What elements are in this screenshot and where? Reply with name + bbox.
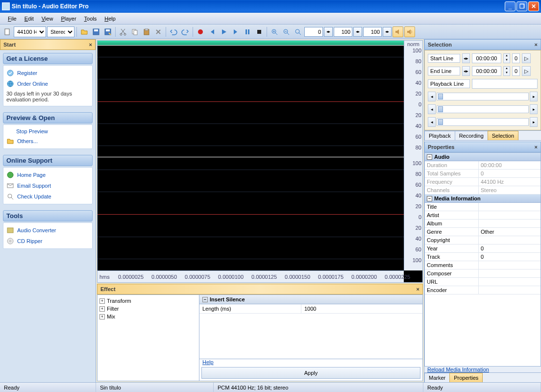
new-button[interactable] [2, 26, 13, 37]
zoom-end1-spin[interactable]: ◂▸ [353, 27, 362, 37]
expand-icon[interactable]: + [99, 306, 105, 312]
record-button[interactable] [195, 26, 206, 37]
start-panel-close[interactable]: × [89, 42, 92, 48]
end-time-spin[interactable]: ▲▼ [503, 66, 510, 76]
maximize-button[interactable]: ❐ [516, 1, 527, 11]
tab-recording[interactable]: Recording [455, 131, 488, 140]
stop-preview-link[interactable]: Stop Preview [5, 127, 90, 136]
sample-rate-select[interactable]: 44100 Hz [14, 26, 46, 37]
minimize-button[interactable]: _ [505, 1, 516, 11]
end-time-field[interactable] [472, 66, 501, 76]
media-comments-value[interactable] [479, 261, 541, 269]
playback-line-field[interactable] [472, 79, 538, 89]
paste-button[interactable] [141, 26, 152, 37]
collapse-icon[interactable]: − [427, 154, 432, 160]
effect-panel-title: Effect [100, 286, 116, 292]
register-link[interactable]: Register [5, 68, 90, 78]
open-button[interactable] [79, 26, 90, 37]
effect-category-filter[interactable]: +Filter [99, 305, 197, 313]
start-time-field[interactable] [472, 53, 501, 63]
apply-button[interactable]: Apply [201, 367, 420, 379]
menu-tools[interactable]: Tools [80, 14, 101, 23]
zoom-start-field[interactable] [304, 27, 323, 37]
help-link[interactable]: Help [199, 356, 217, 368]
play-button[interactable] [219, 26, 229, 37]
zoom-in-button[interactable] [269, 26, 280, 37]
waveform-channel-right[interactable] [98, 158, 404, 270]
waveform-display[interactable]: norm 100 80 60 40 20 0 20 40 60 80 100 8… [97, 40, 423, 283]
save-button[interactable] [91, 26, 101, 37]
speaker-right-button[interactable] [404, 26, 415, 37]
menu-edit[interactable]: Edit [21, 14, 38, 23]
waveform-channel-left[interactable] [98, 46, 404, 157]
tab-selection[interactable]: Selection [488, 131, 518, 140]
speaker-left-button[interactable] [393, 26, 403, 37]
selection-slider-1[interactable]: ◂▸ [428, 92, 538, 101]
start-go-button[interactable]: ▷ [522, 53, 531, 63]
end-frame-field[interactable] [512, 66, 520, 76]
param-label: Length (ms) [199, 304, 301, 313]
selection-slider-2[interactable]: ◂▸ [428, 104, 538, 114]
waveform-overview[interactable] [98, 41, 404, 46]
media-composer-value[interactable] [479, 270, 541, 277]
cut-button[interactable] [118, 26, 128, 37]
menu-view[interactable]: View [38, 14, 57, 23]
menu-file[interactable]: File [4, 14, 21, 23]
effect-category-mix[interactable]: +Mix [99, 313, 197, 320]
go-start-button[interactable] [207, 26, 218, 37]
param-value[interactable]: 1000 [301, 304, 319, 313]
others-link[interactable]: Others... [5, 136, 90, 147]
tab-marker[interactable]: Marker [424, 373, 450, 382]
media-copyright-value[interactable] [479, 236, 541, 244]
save-as-button[interactable] [102, 26, 113, 37]
order-online-link[interactable]: Order Online [5, 78, 90, 89]
delete-button[interactable] [153, 26, 164, 37]
pause-button[interactable] [242, 26, 253, 37]
selection-panel-close[interactable]: × [535, 42, 538, 48]
expand-icon[interactable]: + [99, 298, 105, 304]
menu-player[interactable]: Player [57, 14, 80, 23]
collapse-icon[interactable]: − [427, 196, 432, 201]
undo-button[interactable] [168, 26, 179, 37]
close-button[interactable]: ✕ [528, 1, 539, 11]
media-artist-value[interactable] [479, 211, 541, 219]
effect-category-transform[interactable]: +Transform [99, 297, 197, 305]
audio-converter-link[interactable]: Audio Converter [5, 225, 90, 236]
media-title-value[interactable] [479, 203, 541, 211]
media-genre-value[interactable]: Other [479, 228, 541, 236]
menu-help[interactable]: Help [100, 14, 120, 23]
start-time-spin[interactable]: ▲▼ [503, 53, 510, 63]
zoom-end1-field[interactable] [334, 27, 352, 37]
media-album-value[interactable] [479, 220, 541, 227]
expand-icon[interactable]: + [99, 314, 105, 319]
effect-panel-close[interactable]: × [417, 286, 419, 292]
start-panel: Start × Get a License Register Order Onl… [0, 39, 96, 382]
zoom-out-button[interactable] [281, 26, 292, 37]
stop-button[interactable] [254, 26, 265, 37]
zoom-end2-spin[interactable]: ◂▸ [383, 27, 392, 37]
selection-slider-3[interactable]: ◂▸ [428, 117, 538, 127]
zoom-end2-field[interactable] [363, 27, 382, 37]
tab-playback[interactable]: Playback [424, 131, 455, 140]
start-frame-field[interactable] [512, 53, 520, 63]
media-year-value[interactable]: 0 [479, 245, 541, 252]
zoom-start-spin[interactable]: ◂▸ [324, 27, 333, 37]
redo-button[interactable] [180, 26, 191, 37]
properties-panel-close[interactable]: × [535, 144, 538, 150]
go-end-button[interactable] [230, 26, 241, 37]
media-encoder-value[interactable] [479, 286, 541, 294]
collapse-icon[interactable]: − [202, 297, 208, 302]
home-page-link[interactable]: Home Page [5, 170, 90, 180]
media-url-value[interactable] [479, 278, 541, 286]
check-update-link[interactable]: Check Update [5, 191, 90, 202]
tab-properties[interactable]: Properties [449, 373, 483, 382]
media-track-value[interactable]: 0 [479, 253, 541, 261]
email-support-link[interactable]: Email Support [5, 180, 90, 191]
copy-button[interactable] [129, 26, 140, 37]
zoom-fit-button[interactable] [293, 26, 303, 37]
cd-ripper-link[interactable]: CD Ripper [5, 236, 90, 246]
channels-select[interactable]: Stereo [47, 26, 74, 37]
start-line-nudge[interactable]: ◂▸ [462, 53, 470, 63]
end-go-button[interactable]: ▷ [522, 66, 531, 76]
end-line-nudge[interactable]: ◂▸ [462, 66, 470, 76]
